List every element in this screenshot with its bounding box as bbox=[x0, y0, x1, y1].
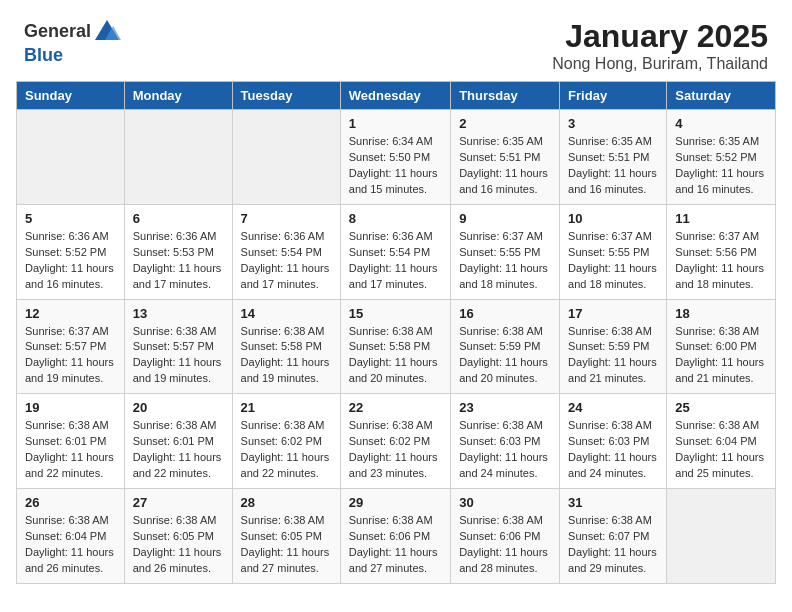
day-number: 23 bbox=[459, 400, 551, 415]
day-info: Sunrise: 6:38 AMSunset: 6:07 PMDaylight:… bbox=[568, 513, 658, 577]
day-info: Sunrise: 6:38 AMSunset: 6:02 PMDaylight:… bbox=[241, 418, 332, 482]
day-number: 11 bbox=[675, 211, 767, 226]
calendar-cell: 30Sunrise: 6:38 AMSunset: 6:06 PMDayligh… bbox=[451, 489, 560, 584]
day-info: Sunrise: 6:38 AMSunset: 6:03 PMDaylight:… bbox=[568, 418, 658, 482]
day-number: 8 bbox=[349, 211, 442, 226]
calendar-table: SundayMondayTuesdayWednesdayThursdayFrid… bbox=[16, 81, 776, 584]
day-info: Sunrise: 6:38 AMSunset: 6:05 PMDaylight:… bbox=[241, 513, 332, 577]
calendar-cell: 1Sunrise: 6:34 AMSunset: 5:50 PMDaylight… bbox=[340, 110, 450, 205]
day-info: Sunrise: 6:36 AMSunset: 5:53 PMDaylight:… bbox=[133, 229, 224, 293]
calendar-cell: 20Sunrise: 6:38 AMSunset: 6:01 PMDayligh… bbox=[124, 394, 232, 489]
week-row-5: 26Sunrise: 6:38 AMSunset: 6:04 PMDayligh… bbox=[17, 489, 776, 584]
week-row-4: 19Sunrise: 6:38 AMSunset: 6:01 PMDayligh… bbox=[17, 394, 776, 489]
logo-icon bbox=[93, 18, 121, 46]
day-number: 13 bbox=[133, 306, 224, 321]
day-info: Sunrise: 6:37 AMSunset: 5:55 PMDaylight:… bbox=[568, 229, 658, 293]
day-number: 22 bbox=[349, 400, 442, 415]
day-number: 6 bbox=[133, 211, 224, 226]
day-info: Sunrise: 6:36 AMSunset: 5:54 PMDaylight:… bbox=[241, 229, 332, 293]
calendar-cell bbox=[667, 489, 776, 584]
day-info: Sunrise: 6:37 AMSunset: 5:55 PMDaylight:… bbox=[459, 229, 551, 293]
calendar-cell: 14Sunrise: 6:38 AMSunset: 5:58 PMDayligh… bbox=[232, 299, 340, 394]
weekday-header-row: SundayMondayTuesdayWednesdayThursdayFrid… bbox=[17, 82, 776, 110]
day-number: 31 bbox=[568, 495, 658, 510]
day-info: Sunrise: 6:38 AMSunset: 5:58 PMDaylight:… bbox=[241, 324, 332, 388]
day-info: Sunrise: 6:38 AMSunset: 5:59 PMDaylight:… bbox=[459, 324, 551, 388]
day-number: 30 bbox=[459, 495, 551, 510]
week-row-2: 5Sunrise: 6:36 AMSunset: 5:52 PMDaylight… bbox=[17, 204, 776, 299]
logo: General Blue bbox=[24, 18, 121, 66]
day-number: 19 bbox=[25, 400, 116, 415]
weekday-header-saturday: Saturday bbox=[667, 82, 776, 110]
day-number: 10 bbox=[568, 211, 658, 226]
day-number: 25 bbox=[675, 400, 767, 415]
week-row-3: 12Sunrise: 6:37 AMSunset: 5:57 PMDayligh… bbox=[17, 299, 776, 394]
calendar-cell: 13Sunrise: 6:38 AMSunset: 5:57 PMDayligh… bbox=[124, 299, 232, 394]
calendar-cell: 17Sunrise: 6:38 AMSunset: 5:59 PMDayligh… bbox=[560, 299, 667, 394]
day-number: 12 bbox=[25, 306, 116, 321]
day-number: 27 bbox=[133, 495, 224, 510]
calendar-container: SundayMondayTuesdayWednesdayThursdayFrid… bbox=[0, 81, 792, 600]
day-number: 16 bbox=[459, 306, 551, 321]
page-header: General Blue January 2025 Nong Hong, Bur… bbox=[0, 0, 792, 81]
calendar-cell: 22Sunrise: 6:38 AMSunset: 6:02 PMDayligh… bbox=[340, 394, 450, 489]
day-info: Sunrise: 6:35 AMSunset: 5:51 PMDaylight:… bbox=[568, 134, 658, 198]
calendar-cell: 31Sunrise: 6:38 AMSunset: 6:07 PMDayligh… bbox=[560, 489, 667, 584]
day-number: 28 bbox=[241, 495, 332, 510]
day-number: 26 bbox=[25, 495, 116, 510]
day-info: Sunrise: 6:38 AMSunset: 5:57 PMDaylight:… bbox=[133, 324, 224, 388]
calendar-cell: 16Sunrise: 6:38 AMSunset: 5:59 PMDayligh… bbox=[451, 299, 560, 394]
day-number: 18 bbox=[675, 306, 767, 321]
logo-blue: Blue bbox=[24, 45, 63, 65]
calendar-subtitle: Nong Hong, Buriram, Thailand bbox=[552, 55, 768, 73]
day-info: Sunrise: 6:38 AMSunset: 6:01 PMDaylight:… bbox=[25, 418, 116, 482]
calendar-cell: 7Sunrise: 6:36 AMSunset: 5:54 PMDaylight… bbox=[232, 204, 340, 299]
day-info: Sunrise: 6:35 AMSunset: 5:52 PMDaylight:… bbox=[675, 134, 767, 198]
weekday-header-friday: Friday bbox=[560, 82, 667, 110]
day-info: Sunrise: 6:36 AMSunset: 5:52 PMDaylight:… bbox=[25, 229, 116, 293]
day-number: 24 bbox=[568, 400, 658, 415]
calendar-cell: 5Sunrise: 6:36 AMSunset: 5:52 PMDaylight… bbox=[17, 204, 125, 299]
calendar-title: January 2025 bbox=[552, 18, 768, 55]
calendar-cell: 19Sunrise: 6:38 AMSunset: 6:01 PMDayligh… bbox=[17, 394, 125, 489]
weekday-header-thursday: Thursday bbox=[451, 82, 560, 110]
day-number: 4 bbox=[675, 116, 767, 131]
day-info: Sunrise: 6:38 AMSunset: 6:05 PMDaylight:… bbox=[133, 513, 224, 577]
calendar-cell: 9Sunrise: 6:37 AMSunset: 5:55 PMDaylight… bbox=[451, 204, 560, 299]
calendar-cell bbox=[124, 110, 232, 205]
day-number: 14 bbox=[241, 306, 332, 321]
calendar-cell: 21Sunrise: 6:38 AMSunset: 6:02 PMDayligh… bbox=[232, 394, 340, 489]
day-info: Sunrise: 6:38 AMSunset: 6:02 PMDaylight:… bbox=[349, 418, 442, 482]
logo-general: General bbox=[24, 22, 91, 42]
calendar-cell: 12Sunrise: 6:37 AMSunset: 5:57 PMDayligh… bbox=[17, 299, 125, 394]
calendar-cell: 23Sunrise: 6:38 AMSunset: 6:03 PMDayligh… bbox=[451, 394, 560, 489]
day-info: Sunrise: 6:38 AMSunset: 6:04 PMDaylight:… bbox=[25, 513, 116, 577]
day-info: Sunrise: 6:38 AMSunset: 5:59 PMDaylight:… bbox=[568, 324, 658, 388]
day-info: Sunrise: 6:38 AMSunset: 6:04 PMDaylight:… bbox=[675, 418, 767, 482]
day-info: Sunrise: 6:38 AMSunset: 6:06 PMDaylight:… bbox=[349, 513, 442, 577]
calendar-cell: 6Sunrise: 6:36 AMSunset: 5:53 PMDaylight… bbox=[124, 204, 232, 299]
calendar-cell: 24Sunrise: 6:38 AMSunset: 6:03 PMDayligh… bbox=[560, 394, 667, 489]
calendar-cell: 18Sunrise: 6:38 AMSunset: 6:00 PMDayligh… bbox=[667, 299, 776, 394]
day-info: Sunrise: 6:38 AMSunset: 5:58 PMDaylight:… bbox=[349, 324, 442, 388]
calendar-cell bbox=[232, 110, 340, 205]
day-info: Sunrise: 6:36 AMSunset: 5:54 PMDaylight:… bbox=[349, 229, 442, 293]
day-info: Sunrise: 6:38 AMSunset: 6:06 PMDaylight:… bbox=[459, 513, 551, 577]
calendar-cell: 3Sunrise: 6:35 AMSunset: 5:51 PMDaylight… bbox=[560, 110, 667, 205]
calendar-cell bbox=[17, 110, 125, 205]
day-number: 9 bbox=[459, 211, 551, 226]
calendar-cell: 11Sunrise: 6:37 AMSunset: 5:56 PMDayligh… bbox=[667, 204, 776, 299]
day-info: Sunrise: 6:38 AMSunset: 6:03 PMDaylight:… bbox=[459, 418, 551, 482]
day-info: Sunrise: 6:38 AMSunset: 6:01 PMDaylight:… bbox=[133, 418, 224, 482]
day-number: 2 bbox=[459, 116, 551, 131]
calendar-cell: 2Sunrise: 6:35 AMSunset: 5:51 PMDaylight… bbox=[451, 110, 560, 205]
day-info: Sunrise: 6:34 AMSunset: 5:50 PMDaylight:… bbox=[349, 134, 442, 198]
day-info: Sunrise: 6:37 AMSunset: 5:56 PMDaylight:… bbox=[675, 229, 767, 293]
week-row-1: 1Sunrise: 6:34 AMSunset: 5:50 PMDaylight… bbox=[17, 110, 776, 205]
weekday-header-monday: Monday bbox=[124, 82, 232, 110]
calendar-cell: 10Sunrise: 6:37 AMSunset: 5:55 PMDayligh… bbox=[560, 204, 667, 299]
calendar-cell: 25Sunrise: 6:38 AMSunset: 6:04 PMDayligh… bbox=[667, 394, 776, 489]
day-number: 1 bbox=[349, 116, 442, 131]
calendar-cell: 8Sunrise: 6:36 AMSunset: 5:54 PMDaylight… bbox=[340, 204, 450, 299]
calendar-cell: 29Sunrise: 6:38 AMSunset: 6:06 PMDayligh… bbox=[340, 489, 450, 584]
